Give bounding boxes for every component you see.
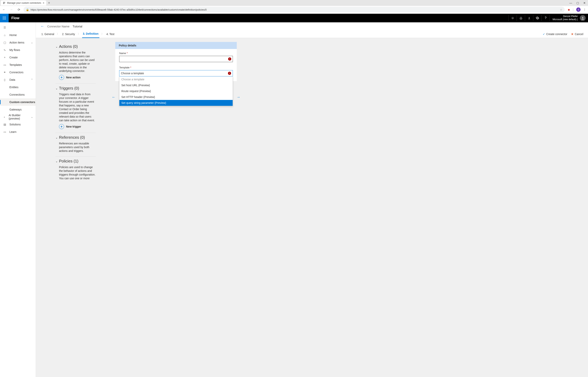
chevron-down-icon[interactable]: ⌄ [56,136,58,139]
sidebar-item-create[interactable]: ＋Create [0,54,36,61]
error-icon: ! [228,58,231,60]
app-name: Flow [9,16,19,20]
user-menu[interactable]: Denzel Pfeifer Microsoft (new default) ( [550,15,588,21]
sidebar-item-learn[interactable]: ▭Learn [0,128,36,136]
required-indicator: * [130,66,131,69]
profile-avatar[interactable]: d [576,7,581,12]
close-window-icon[interactable]: ✕ [583,1,586,4]
error-icon: ! [228,72,231,75]
settings-icon[interactable] [533,15,541,21]
sidebar-item-templates[interactable]: ▭Templates [0,61,36,69]
app-header: Flow ☺ ? Denzel Pfeifer Microsoft (new d… [0,14,588,22]
sidebar-item-connections[interactable]: Connections [0,91,36,98]
maximize-icon[interactable]: ▢ [576,1,579,4]
step-security[interactable]: 2. Security [61,30,76,38]
sidebar-item-ai-builder[interactable]: ∘AI Builder (preview)⌄ [0,113,36,121]
url-text: https://preview.flow.microsoft.com/manag… [31,8,207,11]
svg-rect-5 [5,18,6,18]
hamburger-button[interactable]: ☰ [0,24,36,31]
template-option[interactable]: Set query string parameter (Preview) [119,100,233,106]
template-option[interactable]: Set host URL (Preview) [119,82,233,88]
svg-point-10 [582,17,583,18]
extension-icon[interactable]: ◆ [568,8,570,11]
section-policies: ⌄Policies (1) Policies are used to chang… [56,157,96,184]
new-trigger-button[interactable]: +New trigger [59,124,96,129]
back-button[interactable]: ← [1,8,7,11]
chevron-up-icon: ⌃ [31,78,33,81]
chevron-down-icon: ⌄ [31,41,33,44]
user-name: Denzel Pfeifer [553,15,578,18]
step-test[interactable]: 4. Test [106,30,115,38]
feedback-icon[interactable]: ☺ [508,15,517,21]
chevron-down-icon[interactable]: ⌄ [56,87,58,90]
prev-arrow-icon[interactable]: ← [112,95,116,99]
sidebar-item-custom-connectors[interactable]: Custom connectors [0,98,36,106]
reload-button[interactable]: ⟳ [16,8,22,12]
svg-rect-0 [3,17,3,17]
template-select[interactable]: Choose a template ! [119,70,233,76]
plus-icon: ＋ [3,56,7,59]
sidebar-item-solutions[interactable]: ▤Solutions [0,121,36,128]
cancel-button[interactable]: ✕Cancel [571,33,583,36]
connector-name: Tutorial [72,25,82,28]
template-dropdown: Choose a template Set host URL (Preview)… [119,76,233,106]
chevron-right-icon: 〉 [78,32,80,36]
svg-rect-8 [5,19,6,20]
download-icon[interactable] [525,15,533,21]
section-actions: ⌄Actions (0) Actions determine the opera… [56,42,96,84]
connectors-icon: ⚭ [3,71,7,74]
ai-icon: ∘ [3,115,6,118]
sidebar-item-entities[interactable]: Entities [0,83,36,91]
user-avatar-icon [580,15,586,21]
forward-button[interactable]: → [9,8,14,11]
solutions-icon: ▤ [3,123,7,126]
create-connector-button[interactable]: ✓Create connector [543,33,567,36]
notifications-icon[interactable] [517,15,525,21]
svg-point-9 [537,18,538,18]
sidebar-item-my-flows[interactable]: ∿My flows [0,46,36,54]
sidebar-item-connectors[interactable]: ⚭Connectors [0,69,36,76]
next-arrow-icon[interactable]: → [236,95,240,99]
kebab-menu-icon[interactable]: ⋮ [583,8,586,11]
back-arrow-button[interactable]: ← [41,24,44,28]
close-tab-icon[interactable]: × [43,1,44,4]
sidebar-item-gateways[interactable]: Gateways [0,106,36,113]
help-icon[interactable]: ? [541,15,550,21]
address-bar[interactable]: 🔒 https://preview.flow.microsoft.com/man… [24,7,565,12]
tenant-name: Microsoft (new default) ( [553,18,578,21]
step-general[interactable]: 1. General [41,30,55,38]
plus-circle-icon: + [59,124,64,129]
definition-sections: ⌄Actions (0) Actions determine the opera… [56,42,96,184]
svg-rect-3 [3,18,3,18]
lock-icon: 🔒 [26,8,29,11]
policy-name-input[interactable] [119,56,233,62]
chevron-down-icon[interactable]: ⌄ [56,160,58,163]
minimize-icon[interactable]: — [569,1,572,4]
chevron-right-icon: 〉 [57,32,59,36]
sidebar-item-home[interactable]: ⌂Home [0,31,36,39]
template-option[interactable]: Route request (Preview) [119,88,233,94]
favicon-icon [3,1,5,4]
check-icon: ✓ [543,33,545,36]
sidebar-item-action-items[interactable]: ▢Action items⌄ [0,39,36,46]
template-option[interactable]: Choose a template [119,76,233,82]
separator: | [573,8,574,11]
bookmark-icon[interactable]: ☆ [560,8,562,11]
section-references: ⌄References (0) References are reusable … [56,133,96,157]
new-action-button[interactable]: +New action [59,75,96,80]
section-triggers: ⌄Triggers (0) Triggers read data in from… [56,84,96,133]
sidebar-item-data[interactable]: ▯Data⌃ [0,76,36,83]
step-definition[interactable]: 3. Definition [82,30,99,38]
close-icon: ✕ [571,33,574,36]
chevron-down-icon[interactable]: ⌄ [56,45,58,48]
svg-rect-6 [3,19,3,20]
data-icon: ▯ [3,78,7,81]
flow-icon: ∿ [3,48,7,52]
browser-tab[interactable]: Manage your custom connectors × [1,0,46,5]
new-tab-button[interactable]: + [46,1,52,5]
app-launcher-button[interactable] [0,14,9,22]
svg-rect-2 [5,17,6,17]
panel-title: Policy details [115,42,237,49]
page-header: ← Connector Name Tutorial [36,22,588,30]
template-option[interactable]: Set HTTP header (Preview) [119,94,233,100]
